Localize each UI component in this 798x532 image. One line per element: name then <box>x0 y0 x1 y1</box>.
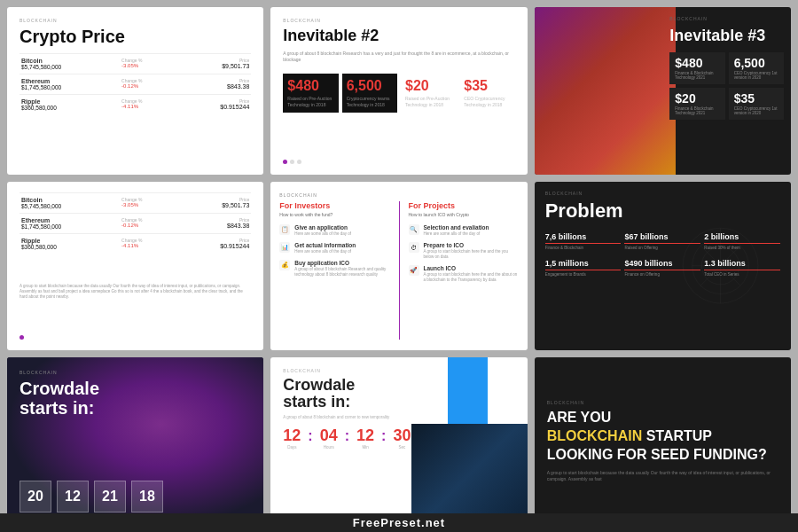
problem-val: 1,5 millions <box>545 259 622 268</box>
stat-value: $20 <box>405 79 451 93</box>
problem-lbl: Raised on Offering <box>624 243 700 250</box>
freepreset-text: FreePreset.net <box>353 516 445 529</box>
table-row: Ripple $360,580,000 Change % -4.11% Pric… <box>20 95 251 115</box>
countdown-unit: Sec <box>399 445 406 450</box>
stat-label: Cryptocurrency teams Technology in 2018 <box>347 96 393 107</box>
countdown-num: 12 <box>356 426 374 445</box>
slide-2-subtitle: A group of about 8 blockchain Research h… <box>283 51 514 63</box>
coin-value: $5,745,580,000 <box>21 64 118 70</box>
coin-price: $9,501.73 <box>177 202 249 208</box>
invest-icon: 📊 <box>279 242 290 253</box>
investors-items: 📋 Give an application Here are some alls… <box>279 224 389 277</box>
problem-lbl: Finance & Blockchain <box>545 243 622 250</box>
problem-stat: 1.3 billions Total CEO in Series <box>704 256 780 279</box>
problem-title: Problem <box>545 200 780 223</box>
slide-4: Bitcoin $5,745,580,000 Change % -3.05% P… <box>7 182 263 349</box>
dot-active <box>20 335 24 340</box>
coin-name: Ripple <box>21 98 118 105</box>
project-icon: ⏱ <box>409 242 419 253</box>
invest-item: 💰 Buy application ICO A group of about 8… <box>279 260 389 278</box>
coin-value: $5,745,580,000 <box>21 203 118 209</box>
projects-col: For Projects How to launch ICO with Cryp… <box>409 201 519 339</box>
slide-6-label: BLOCKCHAIN <box>545 191 780 196</box>
stat-lbl: Finance & Blockchain Technology 2021 <box>675 106 719 115</box>
slide-5: BLOCKCHAIN For Investors How to work wit… <box>270 182 527 349</box>
slide-2-dots <box>283 154 514 164</box>
problem-val: $67 billions <box>624 232 700 241</box>
coin-name: Ethereum <box>21 78 118 84</box>
slide-2: BLOCKCHAIN Inevitable #2 A group of abou… <box>270 7 527 175</box>
slide-2-label: BLOCKCHAIN <box>283 18 514 23</box>
slide-8: BLOCKCHAIN Crowdalestarts in: A group of… <box>270 357 527 525</box>
coin-name: Ethereum <box>21 217 118 223</box>
coin-name: Ripple <box>21 238 118 244</box>
table-row: Ripple $360,580,000 Change % -4.11% Pric… <box>20 234 251 254</box>
table-row: Bitcoin $5,745,580,000 Change % -3.05% P… <box>20 193 251 214</box>
stat-value: $480 <box>287 79 333 93</box>
stat-lbl: CEO Cryptocurrency 1st version in 2020 <box>734 106 778 115</box>
projects-sub: How to launch ICO with Crypto <box>409 212 519 217</box>
invest-desc: Here are some alls of the day of <box>294 249 356 254</box>
problem-stat: 2 billions Raised 30% of them <box>704 230 780 253</box>
project-desc: Here are some alls of the day of <box>424 231 489 237</box>
countdown-separator: : <box>381 428 386 444</box>
problem-val: 7,6 billions <box>545 232 622 241</box>
project-text: Selection and evaliation Here are some a… <box>424 224 489 237</box>
problem-val: 1.3 billions <box>704 259 780 268</box>
problem-lbl: Raised 30% of them <box>704 243 780 250</box>
coin-price: $0.915244 <box>177 243 249 249</box>
problem-stat: $490 billions Finance on Offering <box>624 256 700 279</box>
problem-lbl: Finance on Offering <box>624 270 700 277</box>
slide-4-dots <box>20 330 251 340</box>
stat-label: Raised on Pre-Auction Technology in 2018 <box>287 96 333 107</box>
invest-desc: Here are some alls of the day of <box>294 231 351 237</box>
slide-1-title: Crypto Price <box>20 27 251 46</box>
slide-6: BLOCKCHAIN Problem 7,6 billions Finance … <box>535 182 791 349</box>
slide-9-sub: A group to start blockchain because the … <box>547 470 778 482</box>
coin-value: $1,745,580,000 <box>21 84 118 90</box>
stat-lbl: Finance & Blockchain Technology 2021 <box>675 71 719 80</box>
countdown-box: 20 <box>20 481 51 512</box>
problem-val: $490 billions <box>624 259 700 268</box>
dot <box>290 160 294 164</box>
table-row: Bitcoin $5,745,580,000 Change % -3.05% P… <box>20 54 251 74</box>
invest-item: 📋 Give an application Here are some alls… <box>279 224 389 237</box>
invest-item: 📊 Get actual information Here are some a… <box>279 242 389 254</box>
coin-change: -4.11% <box>121 104 174 109</box>
stat-cell: $20 Finance & Blockchain Technology 2021 <box>669 88 724 120</box>
stat-box: $35 CEO Cryptocurrency Technology in 201… <box>459 74 514 113</box>
stat-val: 6,500 <box>734 57 778 69</box>
countdown-num: 30 <box>393 426 411 445</box>
project-item: ⏱ Prepare to ICO A group to start blockc… <box>409 242 519 260</box>
projects-title: For Projects <box>409 201 519 210</box>
slide-3: BLOCKCHAIN Inevitable #3 $480 Finance & … <box>535 7 791 175</box>
slide-3-stat-grid: $480 Finance & Blockchain Technology 202… <box>669 52 784 120</box>
countdown-box: 12 <box>57 481 89 512</box>
project-title: Launch ICO <box>424 265 519 271</box>
problem-lbl: Total CEO in Series <box>704 270 780 277</box>
invest-icon: 📋 <box>279 224 290 235</box>
slide-9-main: ARE YOU BLOCKCHAIN STARTUPLOOKING FOR SE… <box>547 409 778 464</box>
stat-val: $480 <box>675 57 719 69</box>
stat-box: 6,500 Cryptocurrency teams Technology in… <box>342 74 397 113</box>
project-text: Launch ICO A group to start blockchain h… <box>424 265 519 283</box>
freepreset-bar: FreePreset.net <box>0 513 798 532</box>
slide-1: BLOCKCHAIN Crypto Price Bitcoin $5,745,5… <box>7 7 263 175</box>
countdown-num: 12 <box>283 426 301 445</box>
coin-change: -3.05% <box>121 202 174 207</box>
stat-cell: 6,500 CEO Cryptocurrency 1st version in … <box>729 52 784 84</box>
countdown2-item: 04 Hours <box>320 426 338 450</box>
countdown2-item: 30 Sec <box>393 426 411 450</box>
problem-stat: 1,5 millions Engagement to Brands <box>545 256 622 279</box>
stat-val: $20 <box>675 92 719 105</box>
coin-price: $9,501.73 <box>177 63 249 69</box>
stat-box: $20 Raised on Pre-Auction Technology in … <box>401 74 456 113</box>
countdown-unit: Hours <box>324 445 334 450</box>
countdown-box: 21 <box>94 481 126 512</box>
countdown-boxes: 20122118 <box>20 481 251 512</box>
countdown2-item: 12 Days <box>283 426 301 450</box>
table-row: Ethereum $1,745,580,000 Change % -0.12% … <box>20 214 251 234</box>
crypto-table-2: Bitcoin $5,745,580,000 Change % -3.05% P… <box>20 192 251 254</box>
invest-desc: A group of about 8 blockchain Research a… <box>294 267 389 278</box>
slide-3-content: BLOCKCHAIN Inevitable #3 $480 Finance & … <box>662 7 791 175</box>
